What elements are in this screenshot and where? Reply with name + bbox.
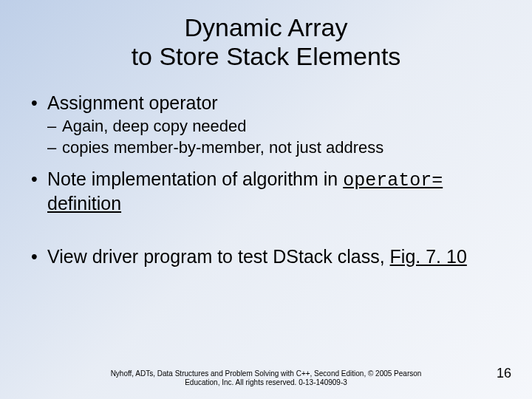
slide-container: Dynamic Array to Store Stack Elements As…	[0, 0, 532, 399]
bullet-text-pre: View driver program to test DStack class…	[47, 246, 390, 267]
sub-bullet-member-by-member: copies member-by-member, not just addres…	[47, 138, 505, 157]
bullet-assignment-operator: Assignment operator Again, deep copy nee…	[27, 92, 505, 157]
sub-list: Again, deep copy needed copies member-by…	[47, 117, 505, 157]
sub-bullet-deep-copy: Again, deep copy needed	[47, 117, 505, 136]
footer-line-1: Nyhoff, ADTs, Data Structures and Proble…	[111, 369, 422, 378]
code-operator-equals: operator=	[343, 170, 443, 191]
bullet-text: Assignment operator	[47, 92, 218, 113]
link-definition: definition	[47, 193, 121, 214]
slide-title: Dynamic Array to Store Stack Elements	[27, 13, 505, 71]
footer-line-2: Education, Inc. All rights reserved. 0-1…	[185, 378, 347, 386]
footer-citation: Nyhoff, ADTs, Data Structures and Proble…	[0, 369, 532, 387]
bullet-view-driver: View driver program to test DStack class…	[27, 245, 505, 267]
link-figure: Fig. 7. 10	[390, 246, 467, 267]
page-number: 16	[497, 366, 511, 381]
bullet-text-pre: Note implementation of algorithm in	[47, 168, 343, 189]
title-line-1: Dynamic Array	[184, 13, 347, 41]
body-list: Assignment operator Again, deep copy nee…	[27, 92, 505, 267]
title-line-2: to Store Stack Elements	[132, 42, 401, 70]
bullet-note-implementation: Note implementation of algorithm in oper…	[27, 168, 505, 214]
